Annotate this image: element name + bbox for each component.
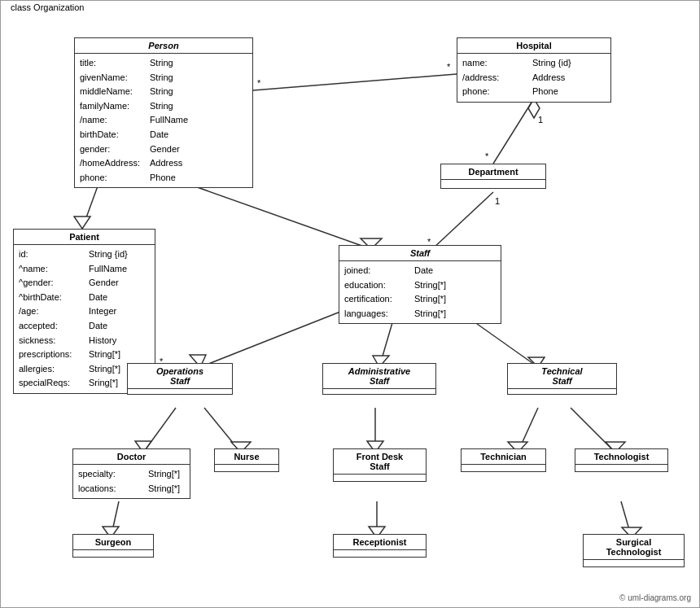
class-person-header: Person [75,38,252,54]
class-surgeon: Surgeon [72,534,154,558]
class-administrative-staff-header: AdministrativeStaff [323,364,435,389]
class-staff: Staff joined:Date education:String[*] ce… [339,245,501,324]
svg-line-37 [621,501,632,538]
svg-line-3 [493,98,534,164]
svg-text:1: 1 [495,196,500,206]
class-operations-staff-header: OperationsStaff [128,364,232,389]
class-receptionist-header: Receptionist [334,535,426,550]
svg-line-0 [253,74,457,90]
class-technical-staff-header: TechnicalStaff [508,364,616,389]
svg-line-12 [188,184,371,249]
class-technologist-header: Technologist [575,449,667,465]
class-administrative-staff: AdministrativeStaff [322,363,436,395]
svg-line-33 [111,501,119,538]
svg-text:*: * [485,151,489,161]
class-surgeon-body [73,550,153,557]
class-hospital-header: Hospital [457,38,610,54]
class-technician-header: Technician [462,449,545,465]
class-person: Person title:String givenName:String mid… [74,37,253,188]
svg-line-29 [518,408,538,453]
class-operations-staff: OperationsStaff [127,363,233,395]
class-technician-body [462,465,545,471]
class-technician: Technician [461,448,546,472]
class-person-body: title:String givenName:String middleName… [75,54,252,187]
svg-line-7 [432,192,493,249]
class-staff-header: Staff [339,246,501,261]
class-department: Department [440,164,546,189]
class-front-desk-staff-header: Front DeskStaff [334,449,426,475]
class-technologist: Technologist [575,448,668,472]
class-nurse-body [215,465,278,471]
class-doctor-header: Doctor [73,449,190,465]
class-administrative-staff-body [323,389,435,394]
class-staff-body: joined:Date education:String[*] certific… [339,261,501,323]
class-nurse-header: Nurse [215,449,278,465]
class-doctor: Doctor specialty:String[*] locations:Str… [72,448,190,499]
svg-text:*: * [447,62,451,72]
copyright: © uml-diagrams.org [619,593,691,602]
svg-marker-11 [74,217,90,229]
svg-line-31 [571,408,615,453]
class-technical-staff-body [508,389,616,394]
diagram-title: class Organization [7,2,88,12]
class-technical-staff: TechnicalStaff [507,363,617,395]
class-hospital: Hospital name:String {id} /address:Addre… [457,37,611,103]
class-receptionist-body [334,550,426,557]
class-operations-staff-body [128,389,232,394]
class-front-desk-staff-body [334,475,426,481]
class-surgeon-header: Surgeon [73,535,153,550]
svg-text:*: * [257,78,261,88]
class-front-desk-staff: Front DeskStaff [333,448,427,482]
class-surgical-technologist-body [584,560,684,566]
class-receptionist: Receptionist [333,534,427,558]
class-department-header: Department [441,164,545,180]
diagram-container: class Organization * * 1 * 1 * * * [0,0,700,608]
class-doctor-body: specialty:String[*] locations:String[*] [73,465,190,498]
svg-line-25 [204,408,241,453]
class-surgical-technologist: SurgicalTechnologist [583,534,685,567]
svg-text:1: 1 [538,115,543,125]
class-technologist-body [575,465,667,471]
class-hospital-body: name:String {id} /address:Address phone:… [457,54,610,102]
class-department-body [441,180,545,188]
class-nurse: Nurse [214,448,279,472]
class-patient-header: Patient [14,230,155,245]
svg-line-23 [143,408,176,453]
svg-line-10 [82,184,98,229]
class-surgical-technologist-header: SurgicalTechnologist [584,535,684,560]
